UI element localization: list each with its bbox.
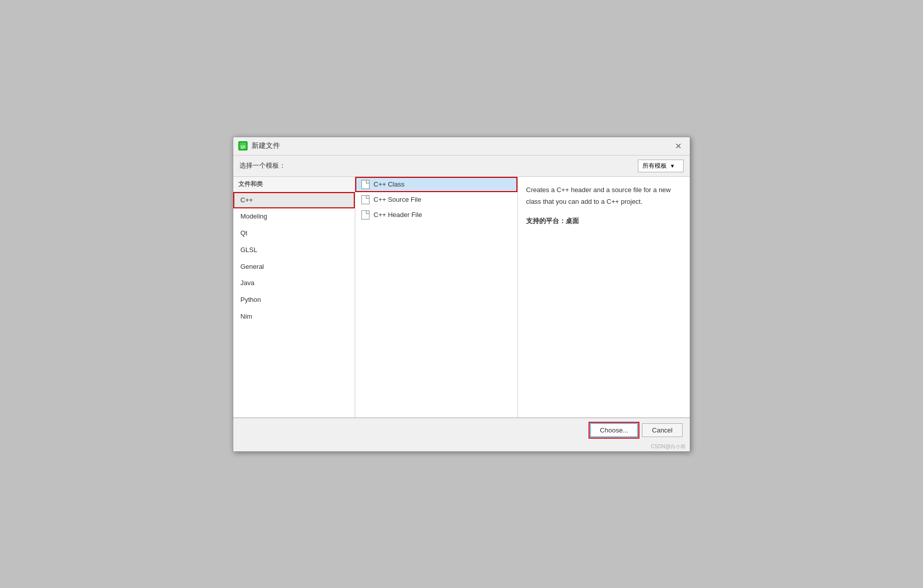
panel-header: 文件和类 [233, 177, 355, 192]
template-label-cpp-class: C++ Class [374, 180, 405, 188]
panel-right: Creates a C++ header and a source file f… [518, 177, 690, 417]
template-item-cpp-class[interactable]: C++ Class [355, 177, 517, 192]
sidebar-item-glsl[interactable]: GLSL [233, 242, 355, 259]
toolbar: 选择一个模板： 所有模板 ▼ [233, 156, 690, 176]
dropdown-value: 所有模板 [642, 162, 667, 170]
watermark: CSDN@白小筒 [233, 442, 690, 451]
chevron-down-icon: ▼ [670, 163, 675, 169]
title-bar: Qt 新建文件 ✕ [233, 137, 690, 156]
content-area: 文件和类 C++ Modeling Qt GLSL General Java P… [233, 176, 690, 418]
svg-text:Qt: Qt [241, 144, 245, 149]
sidebar-item-general[interactable]: General [233, 259, 355, 275]
template-item-cpp-header[interactable]: C++ Header File [355, 207, 517, 223]
description-content: Creates a C++ header and a source file f… [526, 186, 671, 205]
sidebar-item-qt[interactable]: Qt [233, 225, 355, 242]
app-icon: Qt [238, 141, 248, 150]
template-label-cpp-header: C++ Header File [374, 211, 422, 219]
file-icon [361, 180, 370, 189]
toolbar-label: 选择一个模板： [239, 161, 286, 170]
sidebar-item-modeling[interactable]: Modeling [233, 208, 355, 225]
sidebar-item-nim[interactable]: Nim [233, 308, 355, 325]
choose-button[interactable]: Choose... [590, 423, 638, 437]
platform-title: 支持的平台：桌面 [526, 215, 682, 227]
dialog-title: 新建文件 [252, 141, 280, 150]
panel-left: 文件和类 C++ Modeling Qt GLSL General Java P… [233, 177, 355, 417]
panel-middle: C++ Class C++ Source File C++ Header Fil… [355, 177, 518, 417]
template-label-cpp-source: C++ Source File [374, 196, 421, 203]
cancel-button[interactable]: Cancel [642, 423, 683, 437]
template-dropdown[interactable]: 所有模板 ▼ [638, 160, 684, 172]
sidebar-item-python[interactable]: Python [233, 292, 355, 308]
template-list: C++ Class C++ Source File C++ Header Fil… [355, 177, 517, 417]
title-bar-left: Qt 新建文件 [238, 141, 280, 150]
close-button[interactable]: ✕ [671, 139, 685, 152]
sidebar-item-java[interactable]: Java [233, 275, 355, 292]
description-text: Creates a C++ header and a source file f… [526, 184, 682, 208]
sidebar-item-cpp[interactable]: C++ [233, 192, 355, 209]
new-file-dialog: Qt 新建文件 ✕ 选择一个模板： 所有模板 ▼ 文件和类 C++ Modeli… [233, 137, 690, 452]
file-icon [361, 195, 370, 204]
category-list: C++ Modeling Qt GLSL General Java Python… [233, 192, 355, 417]
footer: Choose... Cancel [233, 418, 690, 442]
template-item-cpp-source[interactable]: C++ Source File [355, 192, 517, 207]
file-icon [361, 210, 370, 220]
